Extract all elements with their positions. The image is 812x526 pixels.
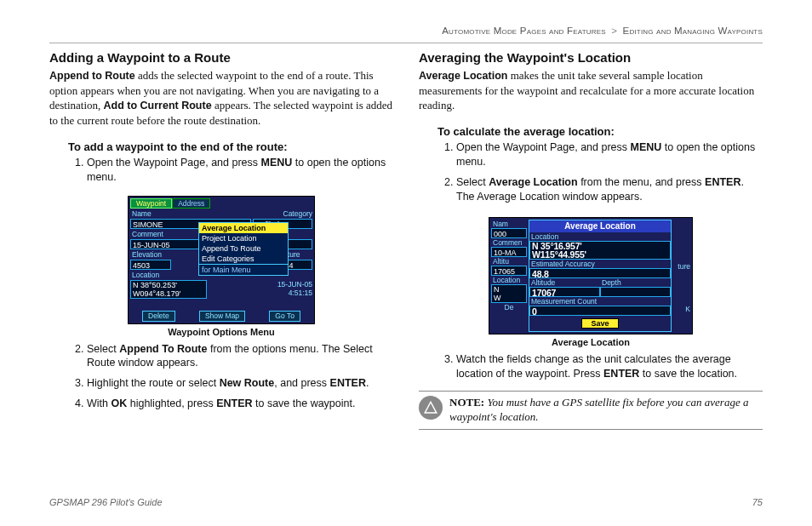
page-number: 75 (752, 497, 763, 507)
shot1-showmap: Show Map (199, 311, 245, 322)
left-step-1: Open the Waypoint Page, and press MENU t… (87, 156, 388, 185)
right-column: Averaging the Waypoint's Location Averag… (419, 50, 763, 489)
left-steps: Open the Waypoint Page, and press MENU t… (87, 156, 393, 191)
left-heading: Adding a Waypoint to a Route (49, 50, 393, 65)
tab-waypoint: Waypoint (130, 198, 172, 209)
breadcrumb-section-a: Automotive Mode Pages and Features (442, 26, 606, 36)
left-intro: Append to Route adds the selected waypoi… (49, 68, 393, 129)
average-location-screenshot: Nam 000 Commen 10-MA Altitu 17065 Locati… (419, 214, 763, 347)
bold-append: Append to Route (49, 70, 135, 82)
right-step-2: Select Average Location from the menu, a… (456, 175, 758, 204)
right-steps: Open the Waypoint Page, and press MENU t… (456, 140, 763, 210)
note-text: NOTE: You must have a GPS satellite fix … (449, 396, 763, 425)
left-step-4: With OK highlighted, press ENTER to save… (87, 397, 388, 411)
right-proc-heading: To calculate the average location: (437, 125, 763, 138)
note-block: NOTE: You must have a GPS satellite fix … (419, 391, 763, 430)
right-heading: Averaging the Waypoint's Location (419, 50, 763, 65)
breadcrumb-sep: > (611, 26, 617, 36)
shot1-caption: Waypoint Options Menu (49, 327, 393, 337)
menu-project-location: Project Location (199, 233, 288, 243)
bold-addcurrent: Add to Current Route (104, 100, 212, 111)
shot2-title: Average Location (529, 220, 671, 232)
note-icon (419, 396, 443, 420)
tab-address: Address (172, 198, 210, 209)
menu-edit-categories: Edit Categories (199, 254, 288, 264)
right-intro: Average Location makes the unit take sev… (419, 68, 763, 113)
footer: GPSMAP 296 Pilot's Guide 75 (49, 489, 763, 507)
breadcrumb-section-b: Editing and Managing Waypoints (623, 26, 763, 36)
shot1-delete: Delete (142, 311, 175, 322)
footer-title: GPSMAP 296 Pilot's Guide (49, 497, 163, 507)
header-rule (49, 43, 763, 43)
left-column: Adding a Waypoint to a Route Append to R… (49, 50, 393, 489)
menu-average-location: Average Location (199, 223, 288, 233)
left-step-2: Select Append To Route from the options … (87, 342, 388, 371)
menu-main-hint: for Main Menu (199, 264, 288, 275)
left-step-3: Highlight the route or select New Route,… (87, 376, 388, 391)
left-proc-heading: To add a waypoint to the end of the rout… (68, 140, 393, 153)
shot2-save: Save (581, 318, 618, 329)
right-steps-cont: Watch the fields change as the unit calc… (456, 352, 763, 387)
bold-avg-location: Average Location (419, 70, 507, 82)
right-step-1: Open the Waypoint Page, and press MENU t… (456, 140, 758, 169)
menu-append-to-route: Append To Route (199, 243, 288, 254)
shot2-caption: Average Location (419, 337, 763, 347)
right-step-3: Watch the fields change as the unit calc… (456, 352, 758, 381)
options-popup: Average Location Project Location Append… (198, 222, 289, 276)
breadcrumb: Automotive Mode Pages and Features > Edi… (49, 26, 763, 36)
shot1-goto: Go To (269, 311, 300, 322)
left-steps-cont: Select Append To Route from the options … (87, 342, 393, 418)
waypoint-options-screenshot: Waypoint Address Name Category SIMONE Un… (49, 196, 393, 337)
